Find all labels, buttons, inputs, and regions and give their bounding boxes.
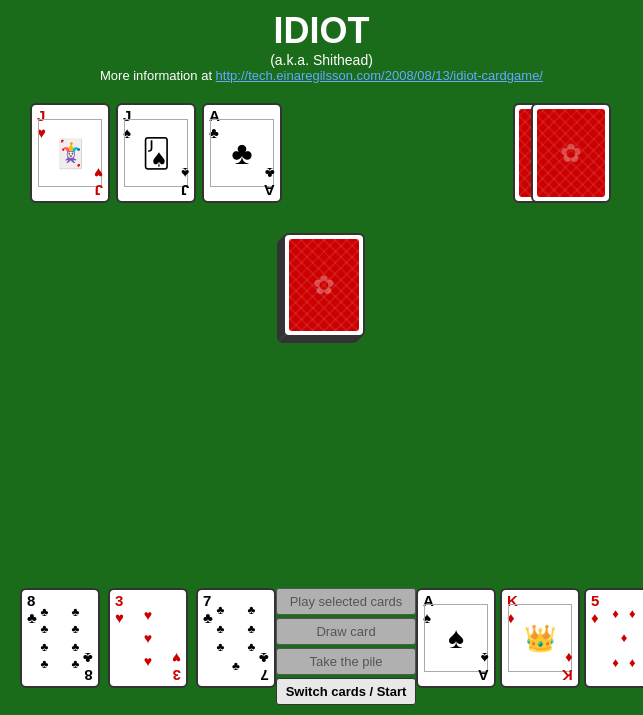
draw-pile-area (0, 233, 643, 343)
take-pile-button[interactable]: Take the pile (276, 648, 416, 675)
player-card-8c[interactable]: 8♣ ♣♣ ♣♣ ♣♣ ♣♣ 8♣ (20, 588, 100, 688)
opponent-card-js-face: 🂫 (124, 119, 188, 187)
draw-pile (277, 233, 367, 343)
player-faceup: A♠ ♠ A♠ K♦ 👑 K♦ 5♦ ♦♦ ♦ ♦♦ 5♦ (416, 588, 643, 688)
game-title: IDIOT (0, 10, 643, 52)
opponent-card-js: J♠ 🂫 J♠ (116, 103, 196, 203)
player-card-3h[interactable]: 3♥ ♥ ♥ ♥ 3♥ (108, 588, 188, 688)
subtitle: (a.k.a. Shithead) (0, 52, 643, 68)
info-link[interactable]: http://tech.einaregilsson.com/2008/08/13… (216, 68, 543, 83)
switch-start-button[interactable]: Switch cards / Start (276, 678, 416, 705)
title-area: IDIOT (a.k.a. Shithead) More information… (0, 0, 643, 83)
opponent-card-jh-face: 🃏 (38, 119, 102, 187)
player-card-7c[interactable]: 7♣ ♣♣ ♣♣ ♣♣ ♣ 7♣ (196, 588, 276, 688)
opponent-fd-card-2 (531, 103, 611, 203)
player-faceup-kd[interactable]: K♦ 👑 K♦ (500, 588, 580, 688)
play-selected-button[interactable]: Play selected cards (276, 588, 416, 615)
info-link-line: More information at http://tech.einaregi… (0, 68, 643, 83)
opponent-card-jh: J♥ 🃏 J♥ (30, 103, 110, 203)
player-faceup-as[interactable]: A♠ ♠ A♠ (416, 588, 496, 688)
opponent-hand: J♥ 🃏 J♥ J♠ 🂫 J♠ A♣ ♣ A♣ (30, 103, 282, 203)
opponent-card-ac: A♣ ♣ A♣ (202, 103, 282, 203)
draw-card-button[interactable]: Draw card (276, 618, 416, 645)
player-area: 8♣ ♣♣ ♣♣ ♣♣ ♣♣ 8♣ 3♥ ♥ ♥ ♥ 3♥ 7♣ ♣♣ ♣♣ (0, 588, 643, 705)
buttons-panel: Play selected cards Draw card Take the p… (276, 588, 416, 705)
player-hand: 8♣ ♣♣ ♣♣ ♣♣ ♣♣ 8♣ 3♥ ♥ ♥ ♥ 3♥ 7♣ ♣♣ ♣♣ (20, 588, 276, 688)
info-text: More information at (100, 68, 216, 83)
faceup-stack: A♠ ♠ A♠ K♦ 👑 K♦ 5♦ ♦♦ ♦ ♦♦ 5♦ (416, 588, 643, 688)
player-faceup-5d[interactable]: 5♦ ♦♦ ♦ ♦♦ 5♦ (584, 588, 643, 688)
opponent-area: J♥ 🃏 J♥ J♠ 🂫 J♠ A♣ ♣ A♣ (0, 93, 643, 203)
draw-pile-card-7 (283, 233, 365, 337)
